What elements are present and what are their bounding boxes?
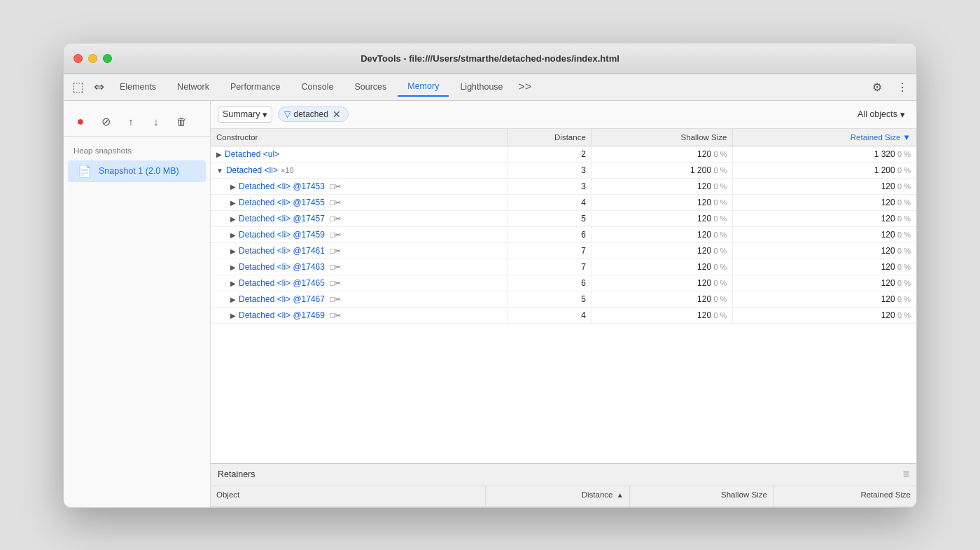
window-title: DevTools - file:///Users/stmarthe/detach… [360,53,620,64]
device-mode-icon[interactable]: ⇔ [89,77,108,97]
expand-triangle-icon[interactable]: ▶ [230,280,236,287]
table-row[interactable]: ▶Detached <li> @17457 □✂5120 0 %120 0 % [211,210,916,226]
table-row[interactable]: ▶Detached <li> @17463 □✂7120 0 %120 0 % [211,259,916,275]
table-header-row: Constructor Distance Shallow Size Retain… [211,129,916,146]
expand-triangle-icon[interactable]: ▶ [230,231,236,239]
table-row[interactable]: ▶Detached <li> @17465 □✂6120 0 %120 0 % [211,275,916,291]
expand-triangle-icon[interactable]: ▶ [230,296,236,303]
retained-size-value: 120 0 % [733,210,916,226]
table-row[interactable]: ▶Detached <ul>2120 0 %1 320 0 % [211,146,916,162]
load-profile-button[interactable]: ↑ [121,112,141,132]
col-shallow-header[interactable]: Shallow Size [592,129,733,146]
traffic-lights [74,54,112,63]
distance-value: 6 [507,275,592,291]
tab-performance[interactable]: Performance [220,78,290,96]
sidebar: ● ⊘ ↑ ↓ 🗑 Heap snapshots 📄 Snapshot 1 (2… [64,101,211,507]
shallow-size-value: 120 0 % [592,194,733,210]
clear-profiles-button[interactable]: ⊘ [96,112,115,132]
objects-dropdown[interactable]: All objects ▾ [853,107,909,122]
constructor-name: Detached <li> [226,165,278,175]
summary-dropdown[interactable]: Summary ▾ [218,106,272,123]
tab-lighthouse[interactable]: Lighthouse [450,78,512,96]
tab-memory[interactable]: Memory [398,77,449,97]
table-row[interactable]: ▶Detached <li> @17459 □✂6120 0 %120 0 % [211,226,916,242]
distance-value: 5 [507,291,592,307]
row-action-icons[interactable]: □✂ [328,231,341,239]
shallow-size-value: 120 0 % [592,275,733,291]
snapshot-label: Snapshot 1 (2.0 MB) [99,166,179,176]
tab-network[interactable]: Network [167,78,219,96]
ret-col-shallow[interactable]: Shallow Size [630,486,774,507]
collect-garbage-button[interactable]: 🗑 [172,112,191,132]
distance-value: 7 [507,242,592,259]
distance-value: 4 [507,307,592,323]
table-row[interactable]: ▶Detached <li> @17461 □✂7120 0 %120 0 % [211,242,916,259]
maximize-button[interactable] [103,54,112,63]
tab-elements[interactable]: Elements [110,78,166,96]
table-row[interactable]: ▼Detached <li>×1031 200 0 %1 200 0 % [211,162,916,178]
row-action-icons[interactable]: □✂ [328,279,341,287]
retainers-panel: Retainers ≡ Object Distance ▲ Shallow Si… [211,463,916,507]
filter-close-button[interactable]: ✕ [331,109,342,120]
constructor-name: Detached <li> @17465 [239,278,325,288]
constructor-name: Detached <li> @17455 [239,198,325,207]
col-distance-header[interactable]: Distance [507,129,592,146]
objects-label: All objects [858,109,897,119]
expand-triangle-icon[interactable]: ▼ [216,167,223,174]
more-menu-icon[interactable]: ⋮ [892,77,912,97]
filter-chip: ▽ detached ✕ [278,106,348,122]
table-row[interactable]: ▶Detached <li> @17469 □✂4120 0 %120 0 % [211,307,916,323]
retainers-title: Retainers [218,469,255,479]
tab-console[interactable]: Console [292,78,344,96]
element-picker-icon[interactable]: ⬚ [68,77,88,97]
record-heap-button[interactable]: ● [71,112,90,132]
close-button[interactable] [74,54,83,63]
expand-triangle-icon[interactable]: ▶ [230,263,236,271]
col-retained-header[interactable]: Retained Size ▼ [733,129,916,146]
constructor-name: Detached <li> @17469 [239,310,325,320]
distance-value: 3 [507,178,592,194]
table-row[interactable]: ▶Detached <li> @17455 □✂4120 0 %120 0 % [211,194,916,210]
constructor-name: Detached <li> @17461 [239,246,325,256]
retained-size-value: 120 0 % [733,259,916,275]
row-action-icons[interactable]: □✂ [328,295,341,303]
save-profile-button[interactable]: ↓ [146,112,166,132]
expand-triangle-icon[interactable]: ▶ [230,215,236,223]
row-action-icons[interactable]: □✂ [328,247,341,255]
ret-col-distance[interactable]: Distance ▲ [486,486,629,507]
constructor-name: Detached <li> @17463 [239,262,325,272]
table-row[interactable]: ▶Detached <li> @17453 □✂3120 0 %120 0 % [211,178,916,194]
shallow-size-value: 120 0 % [592,146,733,162]
row-action-icons[interactable]: □✂ [328,182,341,191]
row-action-icons[interactable]: □✂ [328,198,341,207]
settings-icon[interactable]: ⚙ [867,77,887,97]
sidebar-item-snapshot1[interactable]: 📄 Snapshot 1 (2.0 MB) [68,160,206,182]
expand-triangle-icon[interactable]: ▶ [230,312,236,319]
filter-bar: Summary ▾ ▽ detached ✕ All objects ▾ [211,101,916,129]
col-constructor-header[interactable]: Constructor [211,129,507,146]
retained-size-value: 1 200 0 % [733,162,916,178]
distance-value: 3 [507,162,592,178]
row-action-icons[interactable]: □✂ [328,311,341,319]
tab-sources[interactable]: Sources [344,78,396,96]
row-action-icons[interactable]: □✂ [328,214,341,223]
expand-triangle-icon[interactable]: ▶ [230,199,236,207]
minimize-button[interactable] [88,54,97,63]
constructor-table: Constructor Distance Shallow Size Retain… [211,129,916,324]
ret-col-object[interactable]: Object [211,486,486,507]
objects-dropdown-arrow-icon: ▾ [900,109,905,120]
expand-triangle-icon[interactable]: ▶ [230,183,236,191]
retainers-menu-icon[interactable]: ≡ [903,468,909,481]
expand-triangle-icon[interactable]: ▶ [216,151,222,158]
table-row[interactable]: ▶Detached <li> @17467 □✂5120 0 %120 0 % [211,291,916,307]
heap-table[interactable]: Constructor Distance Shallow Size Retain… [211,129,916,463]
constructor-name: Detached <li> @17459 [239,230,325,240]
retained-size-value: 120 0 % [733,178,916,194]
row-action-icons[interactable]: □✂ [328,263,341,271]
sidebar-section-label: Heap snapshots [64,144,210,160]
retained-size-value: 120 0 % [733,194,916,210]
ret-col-retained[interactable]: Retained Size [774,486,916,507]
expand-triangle-icon[interactable]: ▶ [230,247,236,255]
more-tabs-button[interactable]: >> [514,81,536,93]
shallow-size-value: 120 0 % [592,242,733,259]
